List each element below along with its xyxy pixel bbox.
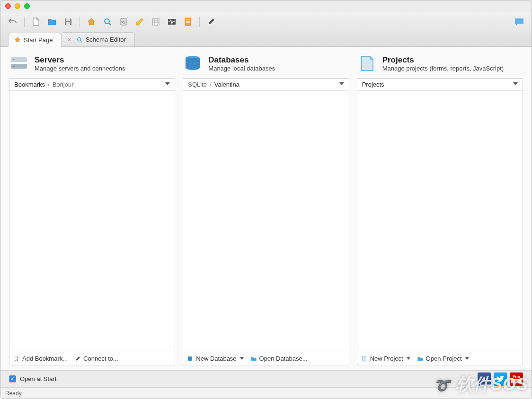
servers-title: Servers: [35, 55, 125, 65]
social-links: f YouTube: [478, 372, 523, 386]
svg-point-16: [77, 37, 80, 41]
twitter-button[interactable]: [494, 372, 507, 386]
databases-crumb-sqlite[interactable]: SQLite: [188, 81, 207, 88]
save-button[interactable]: [62, 15, 75, 28]
titlebar: [0, 0, 532, 12]
server-icon: [9, 53, 29, 73]
svg-point-21: [13, 66, 15, 67]
window-maximize-button[interactable]: [24, 3, 30, 9]
dropdown-caret-icon: [407, 357, 410, 360]
projects-list: [357, 91, 523, 352]
dropdown-caret-icon: [465, 357, 469, 360]
svg-rect-0: [66, 18, 70, 21]
sql-editor-button[interactable]: SQL: [117, 15, 130, 28]
svg-line-3: [109, 23, 111, 25]
svg-rect-12: [185, 18, 191, 26]
svg-point-20: [13, 59, 15, 61]
database-icon: [183, 53, 203, 73]
databases-panel: SQLite / Valentina + New Database Open D…: [183, 78, 349, 365]
facebook-button[interactable]: f: [478, 372, 491, 386]
diagnostics-button[interactable]: [165, 15, 178, 28]
tab-bar: Start Page × Schema Editor: [0, 32, 532, 47]
designer-button[interactable]: [133, 15, 146, 28]
chat-button[interactable]: [513, 15, 526, 28]
home-icon: [14, 36, 21, 43]
tab-start-page[interactable]: Start Page: [8, 33, 62, 47]
servers-panel-head: Bookmarks / Bonjour: [9, 79, 175, 91]
svg-text:SQL: SQL: [121, 21, 127, 24]
databases-column: Databases Manage local databases SQLite …: [183, 53, 349, 365]
svg-text:+: +: [192, 358, 194, 361]
home-button[interactable]: [85, 15, 98, 28]
servers-dropdown-caret[interactable]: [165, 82, 170, 85]
status-bar: Ready: [0, 387, 532, 399]
servers-panel: Bookmarks / Bonjour + Add Bookmark... Co…: [9, 78, 175, 365]
window-close-button[interactable]: [5, 3, 11, 9]
toolbar: SQL: [0, 12, 532, 32]
youtube-button[interactable]: YouTube: [510, 372, 523, 386]
connect-icon: [74, 355, 81, 362]
databases-panel-foot: + New Database Open Database...: [183, 352, 348, 365]
databases-panel-head: SQLite / Valentina: [183, 79, 348, 91]
servers-header: Servers Manage servers and connections: [9, 53, 175, 78]
svg-rect-1: [66, 22, 70, 25]
window-minimize-button[interactable]: [15, 3, 20, 9]
bookmark-add-icon: +: [13, 355, 20, 362]
start-page-content: Servers Manage servers and connections B…: [0, 47, 532, 370]
projects-panel-head: Projects: [357, 79, 523, 91]
add-bookmark-button[interactable]: + Add Bookmark...: [13, 355, 68, 362]
toolbar-separator: [80, 17, 80, 27]
servers-crumb-bookmarks[interactable]: Bookmarks: [14, 81, 45, 88]
database-new-icon: +: [187, 355, 194, 362]
search-button[interactable]: [101, 15, 114, 28]
status-text: Ready: [5, 390, 22, 397]
tab-label: Schema Editor: [86, 36, 126, 43]
projects-panel: Projects + New Project Open Project: [357, 78, 523, 365]
svg-text:+: +: [18, 355, 20, 359]
projects-panel-foot: + New Project Open Project: [357, 352, 523, 365]
tab-schema-editor[interactable]: × Schema Editor: [61, 32, 134, 46]
new-file-button[interactable]: [29, 15, 43, 28]
undo-button[interactable]: [6, 15, 19, 28]
footer-bar: ✓ Open at Start f YouTube: [0, 370, 532, 387]
open-at-start-checkbox[interactable]: ✓: [9, 375, 16, 382]
projects-subtitle: Manage projects (forms, reports, JavaScr…: [382, 65, 504, 72]
projects-title: Projects: [382, 55, 504, 65]
projects-column: Projects Manage projects (forms, reports…: [357, 53, 523, 365]
open-folder-button[interactable]: [45, 15, 59, 28]
databases-subtitle: Manage local databases: [208, 65, 275, 72]
app-window: SQL Start Page × Schema Edito: [0, 0, 532, 399]
servers-list: [9, 91, 175, 352]
eyedropper-button[interactable]: [204, 15, 218, 28]
svg-line-17: [80, 41, 82, 42]
table-button[interactable]: [149, 15, 162, 28]
toolbar-separator: [199, 17, 200, 27]
tab-close-icon[interactable]: ×: [67, 36, 71, 44]
servers-column: Servers Manage servers and connections B…: [9, 53, 175, 365]
projects-crumb[interactable]: Projects: [362, 81, 384, 88]
svg-point-2: [105, 19, 109, 24]
projects-dropdown-caret[interactable]: [513, 82, 518, 85]
toolbar-separator: [24, 17, 25, 27]
projects-header: Projects Manage projects (forms, reports…: [357, 53, 523, 78]
project-icon: [357, 53, 377, 73]
folder-icon: [250, 355, 257, 362]
databases-dropdown-caret[interactable]: [339, 82, 344, 85]
open-database-button[interactable]: Open Database...: [250, 355, 308, 362]
connect-to-button[interactable]: Connect to...: [74, 355, 118, 362]
databases-title: Databases: [208, 55, 275, 65]
databases-crumb-valentina[interactable]: Valentina: [214, 81, 239, 88]
servers-crumb-bonjour[interactable]: Bonjour: [53, 81, 74, 88]
servers-panel-foot: + Add Bookmark... Connect to...: [9, 352, 175, 365]
databases-list: [183, 91, 348, 352]
svg-rect-6: [152, 18, 159, 25]
open-at-start-label: Open at Start: [20, 375, 56, 382]
dropdown-caret-icon: [240, 357, 244, 360]
report-button[interactable]: [181, 15, 195, 28]
tab-label: Start Page: [24, 36, 53, 44]
open-project-button[interactable]: Open Project: [417, 355, 469, 362]
svg-text:+: +: [366, 358, 368, 361]
new-project-button[interactable]: + New Project: [361, 355, 410, 362]
new-database-button[interactable]: + New Database: [187, 355, 243, 362]
search-icon: [76, 36, 83, 43]
